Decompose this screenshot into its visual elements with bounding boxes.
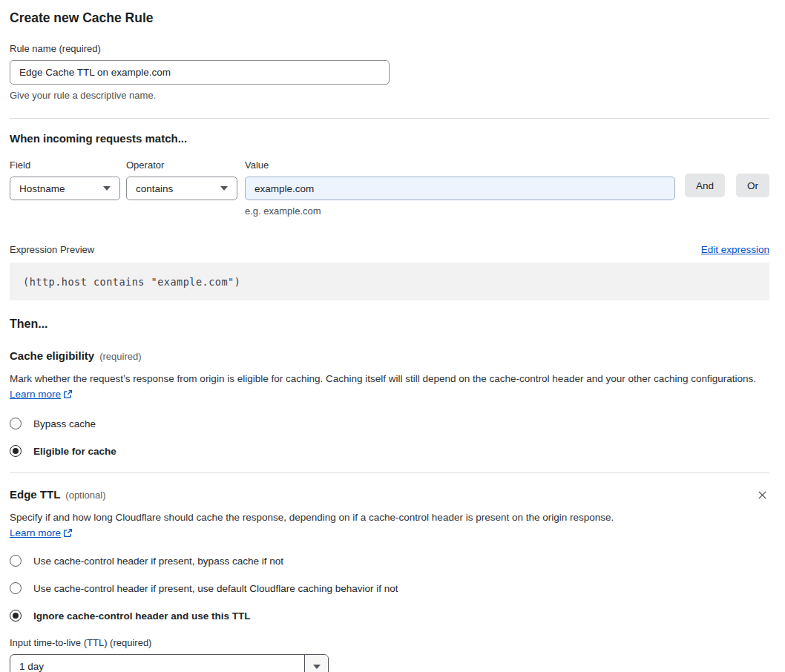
edge-ttl-title: Edge TTL: [10, 488, 60, 501]
rule-name-label: Rule name (required): [10, 43, 769, 54]
close-edge-ttl-button[interactable]: [755, 488, 769, 502]
ttl-label: Input time-to-live (TTL) (required): [10, 637, 769, 648]
radio-option-ignore-header-use-ttl[interactable]: Ignore cache-control header and use this…: [10, 610, 769, 622]
radio-option-eligible-for-cache[interactable]: Eligible for cache: [10, 445, 769, 457]
radio-option-use-header-default[interactable]: Use cache-control header if present, use…: [10, 582, 769, 594]
chevron-down-icon: [220, 186, 228, 191]
radio-icon[interactable]: [10, 445, 22, 457]
operator-select[interactable]: contains: [126, 177, 237, 200]
edit-expression-link[interactable]: Edit expression: [701, 244, 769, 255]
field-select[interactable]: Hostname: [10, 177, 120, 200]
operator-select-value: contains: [136, 183, 173, 194]
radio-icon[interactable]: [10, 582, 22, 594]
edge-ttl-description-text: Specify if and how long Cloudflare shoul…: [10, 512, 614, 523]
edge-ttl-optional-tag: (optional): [65, 490, 105, 501]
field-label: Field: [10, 159, 120, 171]
expression-preview-label: Expression Preview: [10, 244, 94, 255]
page-title: Create new Cache Rule: [10, 10, 769, 26]
radio-option-bypass-cache[interactable]: Bypass cache: [10, 418, 769, 429]
radio-icon[interactable]: [10, 610, 22, 622]
rule-name-help: Give your rule a descriptive name.: [10, 90, 769, 101]
value-input[interactable]: [245, 177, 675, 200]
cache-eligibility-description: Mark whether the request’s response from…: [10, 371, 769, 402]
match-condition-row: Field Hostname Operator contains Value e…: [10, 159, 769, 217]
operator-label: Operator: [126, 159, 237, 171]
edge-ttl-radio-group: Use cache-control header if present, byp…: [10, 555, 769, 622]
then-heading: Then...: [10, 317, 769, 331]
match-section-heading: When incoming requests match...: [10, 132, 769, 145]
radio-option-use-header-bypass[interactable]: Use cache-control header if present, byp…: [10, 555, 769, 567]
cache-eligibility-title: Cache eligibility: [10, 349, 94, 362]
or-button[interactable]: Or: [736, 174, 769, 197]
chevron-down-icon: [313, 665, 321, 669]
expression-preview-code: (http.host contains "example.com"): [10, 263, 769, 300]
create-cache-rule-form: Create new Cache Rule Rule name (require…: [0, 0, 785, 672]
section-divider: [10, 118, 769, 119]
and-button[interactable]: And: [685, 174, 725, 197]
rule-name-input[interactable]: [10, 60, 390, 85]
ttl-select[interactable]: 1 day: [10, 654, 329, 672]
radio-icon[interactable]: [10, 418, 22, 429]
field-select-value: Hostname: [19, 183, 65, 194]
close-icon: [757, 490, 768, 501]
external-link-icon: [63, 389, 73, 399]
ttl-select-toggle[interactable]: [304, 655, 328, 672]
cache-eligibility-radio-group: Bypass cache Eligible for cache: [10, 418, 769, 457]
cache-eligibility-required-tag: (required): [99, 351, 141, 362]
cache-eligibility-description-text: Mark whether the request’s response from…: [10, 373, 756, 384]
radio-icon[interactable]: [10, 555, 22, 567]
edge-ttl-description: Specify if and how long Cloudflare shoul…: [10, 510, 637, 541]
section-divider: [10, 472, 769, 473]
cache-eligibility-learn-more-link[interactable]: Learn more: [10, 389, 73, 400]
value-help: e.g. example.com: [245, 205, 675, 217]
ttl-select-value: 1 day: [10, 655, 304, 672]
value-label: Value: [245, 159, 675, 171]
external-link-icon: [63, 528, 73, 538]
edge-ttl-learn-more-link[interactable]: Learn more: [10, 527, 73, 538]
chevron-down-icon: [103, 186, 111, 191]
